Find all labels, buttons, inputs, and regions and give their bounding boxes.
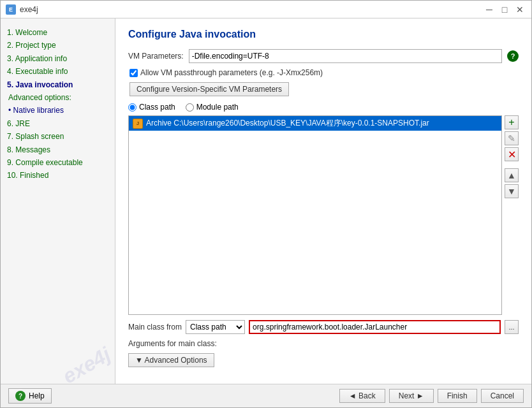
footer-left: ? Help (8, 388, 52, 404)
sidebar-item-splash-screen[interactable]: 7. Splash screen (6, 130, 110, 143)
main-window: E exe4j ─ □ ✕ 1. Welcome 2. Project type… (0, 0, 532, 408)
configure-vm-row: Configure Version-Specific VM Parameters (129, 82, 519, 96)
minimize-button[interactable]: ─ (483, 3, 496, 16)
sidebar-item-java-invocation[interactable]: 5. Java invocation (6, 78, 110, 91)
sidebar-item-application-info[interactable]: 3. Application info (6, 52, 110, 65)
window-title: exe4j (20, 5, 38, 14)
classpath-buttons: + ✎ ✕ ▲ ▼ (502, 115, 519, 315)
sidebar-item-project-type[interactable]: 2. Project type (6, 39, 110, 52)
classpath-radio-label[interactable]: Class path (128, 103, 175, 112)
vm-parameters-row: VM Parameters: ? (128, 49, 519, 63)
classpath-edit-button[interactable]: ✎ (505, 131, 519, 145)
classpath-up-button[interactable]: ▲ (505, 168, 519, 182)
sidebar-item-compile-executable[interactable]: 9. Compile executable (6, 156, 110, 169)
classpath-down-button[interactable]: ▼ (505, 184, 519, 198)
main-class-browse-button[interactable]: ... (505, 320, 519, 334)
configure-vm-button[interactable]: Configure Version-Specific VM Parameters (129, 82, 289, 96)
main-class-input[interactable] (249, 320, 501, 334)
classpath-list[interactable]: J Archive C:\Users\range260\Desktop\USB_… (128, 115, 502, 315)
sidebar-item-jre[interactable]: 6. JRE (6, 117, 110, 130)
cancel-button[interactable]: Cancel (481, 389, 524, 403)
classpath-add-button[interactable]: + (505, 115, 519, 129)
allow-passthrough-checkbox[interactable] (129, 69, 138, 77)
vm-parameters-help-icon[interactable]: ? (507, 50, 519, 62)
arguments-row: Arguments for main class: (128, 339, 519, 348)
jar-icon: J (133, 119, 143, 129)
back-button[interactable]: ◄ Back (339, 389, 385, 403)
content-area: 1. Welcome 2. Project type 3. Applicatio… (1, 18, 531, 384)
footer: ? Help ◄ Back Next ► Finish Cancel (1, 384, 531, 407)
main-content: Configure Java invocation VM Parameters:… (115, 18, 531, 384)
classpath-radio-row: Class path Module path (128, 103, 519, 112)
title-bar: E exe4j ─ □ ✕ (1, 1, 531, 18)
advanced-options-row: ▼ Advanced Options (128, 353, 519, 367)
classpath-item-label: Archive C:\Users\range260\Desktop\USB_KE… (146, 118, 429, 129)
next-button[interactable]: Next ► (389, 389, 434, 403)
modulepath-radio[interactable] (186, 103, 194, 112)
sidebar-item-finished[interactable]: 10. Finished (6, 169, 110, 182)
vm-parameters-label: VM Parameters: (128, 52, 184, 61)
help-circle-icon: ? (15, 391, 26, 401)
help-button[interactable]: ? Help (8, 388, 52, 404)
section-title: Configure Java invocation (128, 29, 519, 40)
arguments-label: Arguments for main class: (128, 339, 217, 348)
footer-right: ◄ Back Next ► Finish Cancel (339, 389, 524, 403)
sidebar-advanced-options-label: Advanced options: (6, 91, 110, 104)
sidebar: 1. Welcome 2. Project type 3. Applicatio… (1, 18, 115, 384)
modulepath-radio-label[interactable]: Module path (186, 103, 239, 112)
sidebar-item-messages[interactable]: 8. Messages (6, 143, 110, 156)
finish-button[interactable]: Finish (438, 389, 477, 403)
title-controls: ─ □ ✕ (483, 3, 526, 16)
vm-parameters-input[interactable] (189, 49, 502, 63)
classpath-area: J Archive C:\Users\range260\Desktop\USB_… (128, 115, 519, 315)
main-class-row: Main class from Class path Module path .… (128, 320, 519, 334)
main-class-label: Main class from (128, 323, 182, 332)
watermark: exe4j (59, 342, 115, 384)
main-class-from-select[interactable]: Class path Module path (186, 320, 245, 334)
title-bar-left: E exe4j (6, 4, 38, 15)
classpath-radio[interactable] (128, 103, 137, 112)
close-button[interactable]: ✕ (514, 3, 526, 16)
sidebar-item-welcome[interactable]: 1. Welcome (6, 26, 110, 39)
app-icon: E (6, 4, 16, 15)
sidebar-item-executable-info[interactable]: 4. Executable info (6, 65, 110, 78)
allow-passthrough-row: Allow VM passthrough parameters (e.g. -J… (128, 68, 519, 77)
classpath-item[interactable]: J Archive C:\Users\range260\Desktop\USB_… (129, 116, 501, 131)
classpath-remove-button[interactable]: ✕ (505, 147, 519, 161)
advanced-options-button[interactable]: ▼ Advanced Options (128, 353, 214, 367)
maximize-button[interactable]: □ (498, 3, 511, 16)
allow-passthrough-label[interactable]: Allow VM passthrough parameters (e.g. -J… (140, 68, 323, 77)
sidebar-native-libraries[interactable]: • Native libraries (6, 104, 110, 117)
